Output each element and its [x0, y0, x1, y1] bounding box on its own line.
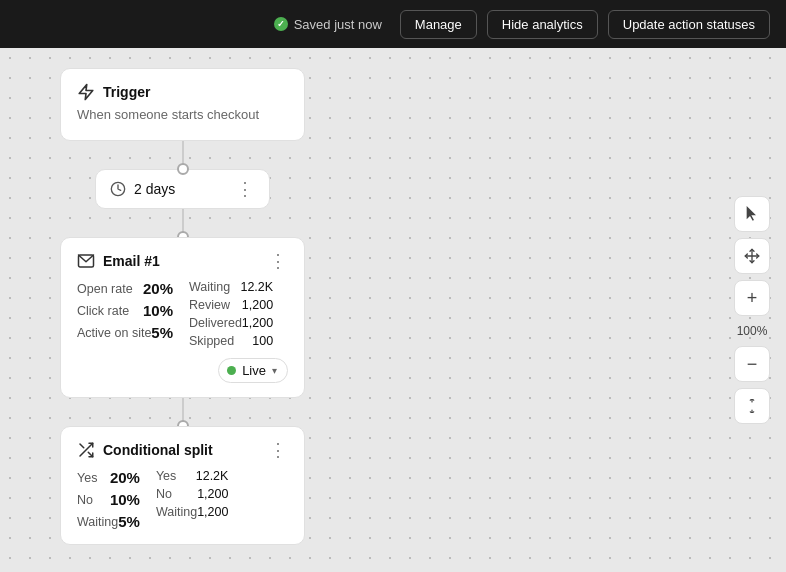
split-no-value: 10%	[110, 491, 140, 508]
split-title-group: Conditional split	[77, 441, 213, 459]
split-node: Conditional split ⋮ Yes 20% No 10%	[60, 426, 305, 545]
email-menu-button[interactable]: ⋮	[269, 252, 288, 270]
workflow-container: Trigger When someone starts checkout 2 d…	[60, 68, 305, 545]
zoom-level: 100%	[737, 322, 768, 340]
split-no-row: No 10%	[77, 491, 140, 508]
email-header: Email #1 ⋮	[77, 252, 288, 270]
active-row: Active on site 5%	[77, 324, 173, 341]
skipped-row: Skipped 100	[189, 334, 273, 348]
email-icon	[77, 252, 95, 270]
split-no-count-label: No	[156, 487, 172, 501]
delay-node[interactable]: 2 days ⋮	[95, 169, 270, 209]
email-node: Email #1 ⋮ Open rate 20% Click rate 10%	[60, 237, 305, 398]
trigger-subtitle: When someone starts checkout	[77, 107, 288, 122]
trigger-node: Trigger When someone starts checkout	[60, 68, 305, 141]
delay-left: 2 days	[110, 181, 175, 197]
split-right-stats: Yes 12.2K No 1,200 Waiting 1,200	[156, 469, 229, 530]
split-waiting-label: Waiting	[77, 515, 118, 529]
connector-2	[182, 209, 184, 237]
open-rate-label: Open rate	[77, 282, 133, 296]
trigger-icon	[77, 83, 95, 101]
email-title-group: Email #1	[77, 252, 160, 270]
split-left-stats: Yes 20% No 10% Waiting 5%	[77, 469, 140, 530]
click-rate-row: Click rate 10%	[77, 302, 173, 319]
plus-icon: +	[747, 289, 758, 307]
connector-1	[182, 141, 184, 169]
saved-text: Saved just now	[294, 17, 382, 32]
review-label: Review	[189, 298, 230, 312]
connector-dot-1	[177, 163, 189, 175]
svg-marker-0	[79, 85, 93, 100]
trigger-title-group: Trigger	[77, 83, 150, 101]
open-rate-value: 20%	[143, 280, 173, 297]
split-no-count-row: No 1,200	[156, 487, 229, 501]
delay-label: 2 days	[134, 181, 175, 197]
delivered-label: Delivered	[189, 316, 242, 330]
split-yes-label: Yes	[77, 471, 97, 485]
minus-icon: −	[747, 355, 758, 373]
zoom-in-button[interactable]: +	[734, 280, 770, 316]
skipped-label: Skipped	[189, 334, 234, 348]
clock-icon	[110, 181, 126, 197]
split-yes-value: 20%	[110, 469, 140, 486]
email-left-stats: Open rate 20% Click rate 10% Active on s…	[77, 280, 173, 348]
open-rate-row: Open rate 20%	[77, 280, 173, 297]
move-tool-button[interactable]	[734, 238, 770, 274]
active-value: 5%	[151, 324, 173, 341]
fit-view-button[interactable]	[734, 388, 770, 424]
manage-button[interactable]: Manage	[400, 10, 477, 39]
active-label: Active on site	[77, 326, 151, 340]
split-waiting-count-row: Waiting 1,200	[156, 505, 229, 519]
chevron-down-icon: ▾	[272, 365, 277, 376]
split-no-label: No	[77, 493, 93, 507]
workflow-canvas: Trigger When someone starts checkout 2 d…	[0, 48, 786, 572]
waiting-row: Waiting 12.2K	[189, 280, 273, 294]
live-dot-icon	[227, 366, 236, 375]
top-bar: Saved just now Manage Hide analytics Upd…	[0, 0, 786, 48]
split-title: Conditional split	[103, 442, 213, 458]
connector-3	[182, 398, 184, 426]
review-row: Review 1,200	[189, 298, 273, 312]
delivered-row: Delivered 1,200	[189, 316, 273, 330]
live-status-button[interactable]: Live ▾	[218, 358, 288, 383]
split-yes-count-value: 12.2K	[196, 469, 229, 483]
split-icon	[77, 441, 95, 459]
click-rate-value: 10%	[143, 302, 173, 319]
waiting-label: Waiting	[189, 280, 230, 294]
hide-analytics-button[interactable]: Hide analytics	[487, 10, 598, 39]
delivered-value: 1,200	[242, 316, 273, 330]
split-yes-row: Yes 20%	[77, 469, 140, 486]
email-right-stats: Waiting 12.2K Review 1,200 Delivered 1,2…	[189, 280, 273, 348]
live-label: Live	[242, 363, 266, 378]
waiting-value: 12.2K	[240, 280, 273, 294]
zoom-out-button[interactable]: −	[734, 346, 770, 382]
update-action-button[interactable]: Update action statuses	[608, 10, 770, 39]
delay-menu-button[interactable]: ⋮	[236, 180, 255, 198]
email-title: Email #1	[103, 253, 160, 269]
split-yes-count-row: Yes 12.2K	[156, 469, 229, 483]
saved-indicator: Saved just now	[274, 17, 382, 32]
trigger-header: Trigger	[77, 83, 288, 101]
review-value: 1,200	[242, 298, 273, 312]
click-rate-label: Click rate	[77, 304, 129, 318]
split-header: Conditional split ⋮	[77, 441, 288, 459]
split-menu-button[interactable]: ⋮	[269, 441, 288, 459]
split-waiting-row: Waiting 5%	[77, 513, 140, 530]
skipped-value: 100	[252, 334, 273, 348]
split-waiting-count-value: 1,200	[197, 505, 228, 519]
live-badge-wrap: Live ▾	[77, 358, 288, 383]
trigger-title: Trigger	[103, 84, 150, 100]
right-toolbar: + 100% −	[734, 196, 770, 424]
split-waiting-value: 5%	[118, 513, 140, 530]
saved-dot-icon	[274, 17, 288, 31]
split-no-count-value: 1,200	[197, 487, 228, 501]
split-yes-count-label: Yes	[156, 469, 176, 483]
split-waiting-count-label: Waiting	[156, 505, 197, 519]
svg-line-5	[80, 444, 84, 448]
cursor-tool-button[interactable]	[734, 196, 770, 232]
